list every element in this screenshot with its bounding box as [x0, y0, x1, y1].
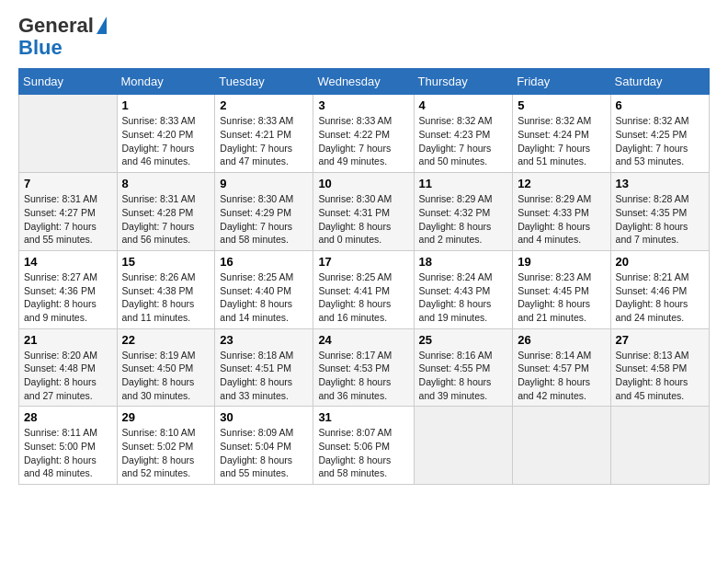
day-cell: 23Sunrise: 8:18 AM Sunset: 4:51 PM Dayli… [215, 328, 313, 407]
day-info: Sunrise: 8:30 AM Sunset: 4:29 PM Dayligh… [220, 192, 308, 247]
day-number: 9 [220, 177, 308, 190]
day-number: 7 [24, 177, 112, 190]
day-number: 23 [220, 333, 308, 347]
day-info: Sunrise: 8:26 AM Sunset: 4:38 PM Dayligh… [122, 270, 210, 325]
day-cell: 1Sunrise: 8:33 AM Sunset: 4:20 PM Daylig… [117, 95, 215, 173]
logo-general: General [18, 15, 94, 37]
day-info: Sunrise: 8:31 AM Sunset: 4:27 PM Dayligh… [24, 192, 112, 247]
day-cell: 14Sunrise: 8:27 AM Sunset: 4:36 PM Dayli… [19, 250, 118, 328]
week-row-3: 14Sunrise: 8:27 AM Sunset: 4:36 PM Dayli… [19, 250, 710, 328]
day-cell: 2Sunrise: 8:33 AM Sunset: 4:21 PM Daylig… [215, 95, 313, 173]
day-info: Sunrise: 8:23 AM Sunset: 4:45 PM Dayligh… [518, 270, 605, 325]
col-header-monday: Monday [117, 69, 215, 95]
day-cell: 8Sunrise: 8:31 AM Sunset: 4:28 PM Daylig… [117, 173, 215, 251]
day-number: 17 [318, 255, 408, 269]
week-row-2: 7Sunrise: 8:31 AM Sunset: 4:27 PM Daylig… [19, 173, 710, 251]
day-cell: 6Sunrise: 8:32 AM Sunset: 4:25 PM Daylig… [610, 95, 709, 173]
day-cell [19, 95, 118, 173]
day-info: Sunrise: 8:10 AM Sunset: 5:02 PM Dayligh… [122, 426, 210, 480]
day-number: 3 [318, 98, 408, 112]
day-cell: 3Sunrise: 8:33 AM Sunset: 4:22 PM Daylig… [313, 95, 414, 173]
day-number: 15 [122, 255, 210, 269]
day-info: Sunrise: 8:33 AM Sunset: 4:22 PM Dayligh… [318, 114, 408, 168]
day-info: Sunrise: 8:32 AM Sunset: 4:25 PM Dayligh… [616, 114, 704, 168]
day-number: 31 [318, 410, 408, 424]
day-info: Sunrise: 8:33 AM Sunset: 4:20 PM Dayligh… [122, 114, 210, 168]
day-number: 12 [518, 177, 605, 190]
day-info: Sunrise: 8:07 AM Sunset: 5:06 PM Dayligh… [318, 426, 408, 480]
day-number: 19 [518, 255, 605, 269]
day-number: 22 [122, 333, 210, 347]
day-number: 29 [122, 410, 210, 424]
day-info: Sunrise: 8:28 AM Sunset: 4:35 PM Dayligh… [616, 192, 704, 247]
day-cell: 20Sunrise: 8:21 AM Sunset: 4:46 PM Dayli… [610, 250, 709, 328]
day-cell: 12Sunrise: 8:29 AM Sunset: 4:33 PM Dayli… [513, 173, 610, 251]
day-number: 8 [122, 177, 210, 190]
week-row-5: 28Sunrise: 8:11 AM Sunset: 5:00 PM Dayli… [19, 407, 710, 485]
day-cell: 26Sunrise: 8:14 AM Sunset: 4:57 PM Dayli… [513, 328, 610, 407]
week-row-1: 1Sunrise: 8:33 AM Sunset: 4:20 PM Daylig… [19, 95, 710, 173]
day-info: Sunrise: 8:24 AM Sunset: 4:43 PM Dayligh… [419, 270, 508, 325]
day-number: 18 [419, 255, 508, 269]
col-header-friday: Friday [513, 69, 610, 95]
calendar-header-row: SundayMondayTuesdayWednesdayThursdayFrid… [19, 69, 710, 95]
week-row-4: 21Sunrise: 8:20 AM Sunset: 4:48 PM Dayli… [19, 328, 710, 407]
day-info: Sunrise: 8:25 AM Sunset: 4:40 PM Dayligh… [220, 270, 308, 325]
day-info: Sunrise: 8:13 AM Sunset: 4:58 PM Dayligh… [616, 349, 704, 403]
day-cell: 29Sunrise: 8:10 AM Sunset: 5:02 PM Dayli… [117, 407, 215, 485]
day-info: Sunrise: 8:16 AM Sunset: 4:55 PM Dayligh… [419, 349, 508, 403]
day-number: 2 [220, 98, 308, 112]
day-cell [513, 407, 610, 485]
day-info: Sunrise: 8:32 AM Sunset: 4:23 PM Dayligh… [419, 114, 508, 168]
day-cell: 30Sunrise: 8:09 AM Sunset: 5:04 PM Dayli… [215, 407, 313, 485]
day-cell: 22Sunrise: 8:19 AM Sunset: 4:50 PM Dayli… [117, 328, 215, 407]
day-number: 30 [220, 410, 308, 424]
day-number: 5 [518, 98, 605, 112]
calendar-table: SundayMondayTuesdayWednesdayThursdayFrid… [18, 68, 710, 485]
day-cell: 28Sunrise: 8:11 AM Sunset: 5:00 PM Dayli… [19, 407, 118, 485]
day-cell: 18Sunrise: 8:24 AM Sunset: 4:43 PM Dayli… [414, 250, 513, 328]
day-cell: 4Sunrise: 8:32 AM Sunset: 4:23 PM Daylig… [414, 95, 513, 173]
day-cell: 7Sunrise: 8:31 AM Sunset: 4:27 PM Daylig… [19, 173, 118, 251]
day-info: Sunrise: 8:21 AM Sunset: 4:46 PM Dayligh… [616, 270, 704, 325]
day-number: 10 [318, 177, 408, 190]
day-number: 24 [318, 333, 408, 347]
day-number: 11 [419, 177, 508, 190]
day-cell: 11Sunrise: 8:29 AM Sunset: 4:32 PM Dayli… [414, 173, 513, 251]
day-number: 6 [616, 98, 704, 112]
day-number: 26 [518, 333, 605, 347]
day-info: Sunrise: 8:09 AM Sunset: 5:04 PM Dayligh… [220, 426, 308, 480]
day-info: Sunrise: 8:14 AM Sunset: 4:57 PM Dayligh… [518, 349, 605, 403]
day-cell: 10Sunrise: 8:30 AM Sunset: 4:31 PM Dayli… [313, 173, 414, 251]
day-number: 28 [24, 410, 112, 424]
day-cell: 9Sunrise: 8:30 AM Sunset: 4:29 PM Daylig… [215, 173, 313, 251]
day-info: Sunrise: 8:20 AM Sunset: 4:48 PM Dayligh… [24, 349, 112, 403]
logo-triangle-icon [97, 17, 107, 34]
day-info: Sunrise: 8:33 AM Sunset: 4:21 PM Dayligh… [220, 114, 308, 168]
day-info: Sunrise: 8:31 AM Sunset: 4:28 PM Dayligh… [122, 192, 210, 247]
day-cell: 24Sunrise: 8:17 AM Sunset: 4:53 PM Dayli… [313, 328, 414, 407]
day-number: 1 [122, 98, 210, 112]
day-number: 27 [616, 333, 704, 347]
day-cell [414, 407, 513, 485]
page-header: General Blue [18, 15, 710, 59]
day-cell: 13Sunrise: 8:28 AM Sunset: 4:35 PM Dayli… [610, 173, 709, 251]
day-number: 20 [616, 255, 704, 269]
day-number: 21 [24, 333, 112, 347]
day-cell: 15Sunrise: 8:26 AM Sunset: 4:38 PM Dayli… [117, 250, 215, 328]
logo-text-block: General Blue [18, 15, 107, 59]
day-cell: 31Sunrise: 8:07 AM Sunset: 5:06 PM Dayli… [313, 407, 414, 485]
main-container: General Blue SundayMondayTuesdayWednesda… [0, 0, 728, 494]
col-header-tuesday: Tuesday [215, 69, 313, 95]
day-cell: 21Sunrise: 8:20 AM Sunset: 4:48 PM Dayli… [19, 328, 118, 407]
col-header-saturday: Saturday [610, 69, 709, 95]
day-info: Sunrise: 8:18 AM Sunset: 4:51 PM Dayligh… [220, 349, 308, 403]
day-number: 25 [419, 333, 508, 347]
day-number: 16 [220, 255, 308, 269]
day-info: Sunrise: 8:29 AM Sunset: 4:33 PM Dayligh… [518, 192, 605, 247]
day-info: Sunrise: 8:29 AM Sunset: 4:32 PM Dayligh… [419, 192, 508, 247]
logo: General Blue [18, 15, 107, 59]
day-cell: 17Sunrise: 8:25 AM Sunset: 4:41 PM Dayli… [313, 250, 414, 328]
day-info: Sunrise: 8:17 AM Sunset: 4:53 PM Dayligh… [318, 349, 408, 403]
day-number: 14 [24, 255, 112, 269]
